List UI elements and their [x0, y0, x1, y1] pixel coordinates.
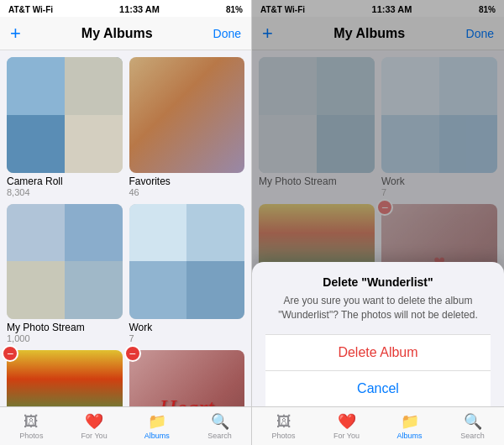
album-thumb-camera-roll: [7, 57, 123, 173]
album-label-my-photo-stream: My Photo Stream: [7, 322, 123, 333]
tab-bar-right: 🖼 Photos ❤️ For You 📁 Albums 🔍 Search: [252, 406, 504, 445]
album-count-my-photo-stream: 1,000: [7, 333, 123, 343]
album-count-favorites: 46: [129, 187, 245, 197]
album-label-favorites: Favorites: [129, 175, 245, 187]
delete-album-button[interactable]: Delete Album: [265, 334, 491, 370]
tab-albums-right[interactable]: 📁 Albums: [378, 412, 441, 440]
page-title-left: My Albums: [81, 26, 153, 41]
done-button-left[interactable]: Done: [213, 27, 241, 40]
tab-bar-left: 🖼 Photos ❤️ For You 📁 Albums 🔍 Search: [0, 406, 251, 445]
tab-photos-left[interactable]: 🖼 Photos: [0, 413, 63, 440]
tab-label-photos-right: Photos: [271, 432, 295, 440]
tab-search-right[interactable]: 🔍 Search: [441, 412, 504, 440]
add-button-left[interactable]: +: [10, 24, 21, 43]
status-bar-left: AT&T Wi-Fi 11:33 AM 81%: [0, 0, 251, 17]
tab-albums-left[interactable]: 📁 Albums: [126, 412, 189, 440]
album-thumb-favorites: [129, 57, 245, 173]
albums-row-1: Camera Roll 8,304 Favorites 46: [7, 57, 244, 197]
right-panel: AT&T Wi-Fi 11:33 AM 81% + My Albums Done: [252, 0, 504, 445]
tab-label-search-left: Search: [207, 432, 232, 440]
delete-badge-wallpapers[interactable]: −: [2, 345, 18, 362]
albums-icon-left: 📁: [148, 412, 166, 431]
photos-icon-left: 🖼: [24, 413, 39, 431]
for-you-icon-right: ❤️: [338, 412, 356, 431]
tab-for-you-right[interactable]: ❤️ For You: [315, 412, 378, 440]
album-wunderlist[interactable]: − Heart Wunderlist 1: [129, 350, 245, 406]
left-panel: AT&T Wi-Fi 11:33 AM 81% + My Albums Done: [0, 0, 252, 445]
tab-label-search-right: Search: [460, 432, 485, 440]
search-icon-left: 🔍: [211, 412, 229, 431]
search-icon-right: 🔍: [464, 412, 482, 431]
dialog-message: Are you sure you want to delete the albu…: [265, 294, 491, 322]
albums-row-2: My Photo Stream 1,000 Work 7: [7, 204, 244, 344]
photos-icon-right: 🖼: [276, 413, 291, 431]
battery-left: 81%: [226, 5, 243, 14]
album-label-camera-roll: Camera Roll: [7, 175, 123, 187]
album-work[interactable]: Work 7: [129, 204, 245, 344]
tab-for-you-left[interactable]: ❤️ For You: [63, 412, 126, 440]
album-thumb-work: [129, 204, 245, 320]
tab-label-photos-left: Photos: [19, 432, 43, 440]
tab-search-left[interactable]: 🔍 Search: [188, 412, 251, 440]
for-you-icon-left: ❤️: [85, 412, 103, 431]
album-thumb-wunderlist: Heart: [129, 350, 245, 406]
album-label-work: Work: [129, 322, 245, 333]
time-left: 11:33 AM: [119, 4, 160, 14]
album-favorites[interactable]: Favorites 46: [129, 57, 245, 197]
tab-label-albums-left: Albums: [144, 432, 170, 440]
tab-photos-right[interactable]: 🖼 Photos: [252, 413, 315, 440]
album-thumb-my-photo-stream: [7, 204, 123, 320]
cancel-button[interactable]: Cancel: [265, 370, 491, 406]
dialog-title: Delete "Wunderlist": [265, 275, 491, 289]
tab-label-albums-right: Albums: [396, 432, 422, 440]
album-count-work: 7: [129, 333, 245, 343]
tab-label-for-you-left: For You: [81, 432, 108, 440]
nav-bar-left: + My Albums Done: [0, 17, 251, 50]
carrier-left: AT&T Wi-Fi: [8, 5, 53, 14]
dialog-box: Delete "Wunderlist" Are you sure you wan…: [252, 262, 504, 406]
album-my-photo-stream[interactable]: My Photo Stream 1,000: [7, 204, 123, 344]
album-camera-roll[interactable]: Camera Roll 8,304: [7, 57, 123, 197]
tab-label-for-you-right: For You: [333, 432, 360, 440]
delete-badge-wunderlist[interactable]: −: [124, 345, 141, 362]
albums-icon-right: 📁: [401, 412, 419, 431]
album-wallpapers[interactable]: − Wallpapers 50: [7, 350, 123, 406]
albums-row-3: − Wallpapers 50 − Heart Wunderlist 1: [7, 350, 244, 406]
albums-grid-left: Camera Roll 8,304 Favorites 46: [0, 50, 251, 406]
album-thumb-wallpapers: [7, 350, 123, 406]
dialog-overlay: Delete "Wunderlist" Are you sure you wan…: [252, 0, 504, 406]
album-count-camera-roll: 8,304: [7, 187, 123, 197]
